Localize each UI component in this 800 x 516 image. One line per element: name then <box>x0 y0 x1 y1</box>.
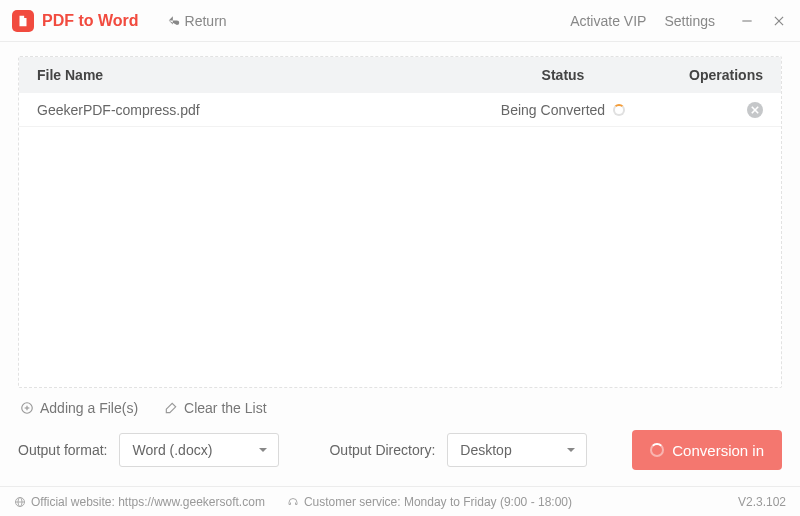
app-logo-icon <box>12 10 34 32</box>
close-button[interactable] <box>772 14 786 28</box>
headset-icon <box>287 496 299 508</box>
list-actions: Adding a File(s) Clear the List <box>18 388 782 416</box>
footer: Official website: https://www.geekersoft… <box>0 486 800 516</box>
return-button[interactable]: Return <box>167 13 227 29</box>
chevron-down-icon <box>258 445 268 455</box>
window-controls <box>740 14 786 28</box>
version-label: V2.3.102 <box>738 495 786 509</box>
status-cell: Being Converted <box>483 102 643 118</box>
col-header-status: Status <box>483 67 643 83</box>
add-file-button[interactable]: Adding a File(s) <box>20 400 138 416</box>
website-text: Official website: https://www.geekersoft… <box>31 495 265 509</box>
clear-list-label: Clear the List <box>184 400 266 416</box>
convert-label: Conversion in <box>672 442 764 459</box>
table-row: GeekerPDF-compress.pdf Being Converted <box>19 93 781 127</box>
col-header-file: File Name <box>37 67 483 83</box>
main-area: File Name Status Operations GeekerPDF-co… <box>0 42 800 416</box>
activate-vip-link[interactable]: Activate VIP <box>570 13 646 29</box>
return-label: Return <box>185 13 227 29</box>
output-directory-select[interactable]: Desktop <box>447 433 587 467</box>
operations-cell <box>643 101 763 118</box>
status-text: Being Converted <box>501 102 605 118</box>
output-format-label: Output format: <box>18 442 107 458</box>
bottom-controls: Output format: Word (.docx) Output Direc… <box>0 416 800 486</box>
close-icon <box>772 14 786 28</box>
clear-list-button[interactable]: Clear the List <box>164 400 266 416</box>
customer-text: Customer service: Monday to Friday (9:00… <box>304 495 572 509</box>
output-directory-value: Desktop <box>460 442 511 458</box>
convert-spinner-icon <box>650 443 664 457</box>
return-arrow-icon <box>167 14 181 28</box>
close-x-icon <box>751 106 759 114</box>
spinner-icon <box>613 104 625 116</box>
globe-icon <box>14 496 26 508</box>
plus-circle-icon <box>20 401 34 415</box>
table-header-row: File Name Status Operations <box>19 57 781 93</box>
customer-service: Customer service: Monday to Friday (9:00… <box>287 495 572 509</box>
clear-icon <box>164 401 178 415</box>
file-name-cell: GeekerPDF-compress.pdf <box>37 102 483 118</box>
delete-row-button[interactable] <box>747 102 763 118</box>
minimize-button[interactable] <box>740 14 754 28</box>
convert-button[interactable]: Conversion in <box>632 430 782 470</box>
add-file-label: Adding a File(s) <box>40 400 138 416</box>
official-website[interactable]: Official website: https://www.geekersoft… <box>14 495 265 509</box>
minimize-icon <box>740 14 754 28</box>
output-directory-label: Output Directory: <box>329 442 435 458</box>
chevron-down-icon <box>566 445 576 455</box>
col-header-operations: Operations <box>643 67 763 83</box>
app-header: PDF to Word Return Activate VIP Settings <box>0 0 800 42</box>
output-format-select[interactable]: Word (.docx) <box>119 433 279 467</box>
output-format-value: Word (.docx) <box>132 442 212 458</box>
file-table: File Name Status Operations GeekerPDF-co… <box>18 56 782 388</box>
app-title: PDF to Word <box>42 12 139 30</box>
settings-link[interactable]: Settings <box>664 13 715 29</box>
